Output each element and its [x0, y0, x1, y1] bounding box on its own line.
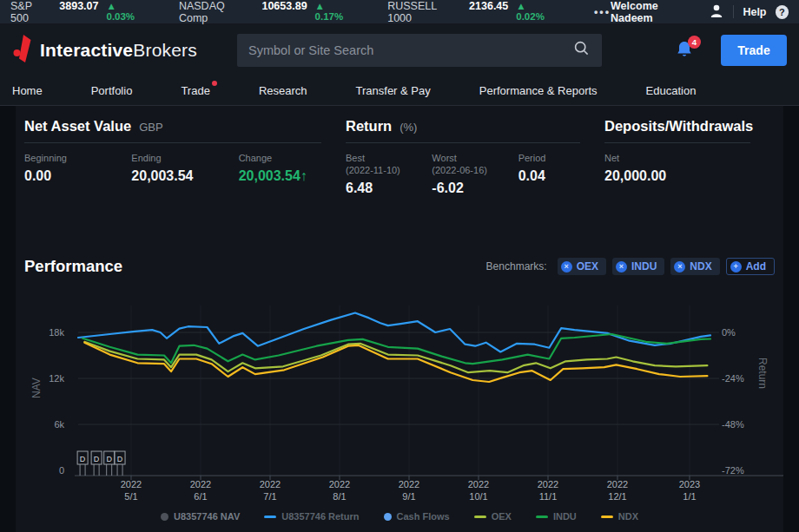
net-asset-value-section: Net Asset Value GBP Beginning0.00Ending2… [24, 118, 346, 196]
close-icon[interactable]: × [616, 261, 627, 273]
x-tick-day: 7/1 [263, 491, 276, 502]
trade-button[interactable]: Trade [721, 35, 787, 66]
field-value: 20,003.54↑ [239, 168, 346, 184]
nav-axis-label: NAV [30, 378, 43, 398]
summary-field: Best(2022-11-10)6.48 [346, 152, 432, 196]
nav-item-performance-reports[interactable]: Performance & Reports [479, 84, 598, 97]
pill-label: Add [746, 260, 766, 273]
legend-label: OEX [492, 511, 512, 522]
user-icon[interactable] [709, 3, 724, 21]
section-title: Deposits/Withdrawals [604, 118, 753, 135]
legend-item-u8357746-nav[interactable]: U8357746 NAV [161, 511, 240, 522]
divider [604, 142, 750, 143]
return-axis-tick: 0% [722, 327, 736, 338]
field-label: Best [346, 152, 432, 164]
section-title: Net Asset Value [24, 118, 131, 135]
search-icon[interactable] [573, 40, 591, 61]
account-summary: Net Asset Value GBP Beginning0.00Ending2… [24, 118, 775, 196]
deposits-withdrawals-section: Deposits/Withdrawals Net20,000.00 [604, 118, 775, 196]
site-search[interactable] [237, 34, 602, 67]
x-tick-day: 8/1 [333, 491, 346, 502]
ticker-more-button[interactable]: ••• [594, 6, 611, 18]
x-tick-day: 12/1 [608, 491, 626, 502]
field-label: Change [239, 152, 346, 164]
nav-item-trade[interactable]: Trade [181, 84, 209, 97]
help-icon[interactable]: ? [776, 5, 789, 19]
nav-item-portfolio[interactable]: Portfolio [91, 84, 133, 97]
summary-field: Period0.04 [518, 152, 604, 196]
return-axis-tick: -48% [722, 419, 744, 430]
x-tick-year: 2022 [538, 479, 558, 489]
brand-logo[interactable]: InteractiveBrokers [12, 35, 197, 66]
legend-item-cash-flows[interactable]: Cash Flows [384, 511, 450, 522]
legend-item-indu[interactable]: INDU [536, 511, 577, 522]
legend-label: INDU [553, 511, 577, 522]
x-tick-year: 2022 [399, 479, 419, 489]
nav-axis-tick: 0 [59, 465, 64, 476]
x-tick-year: 2022 [607, 479, 628, 489]
x-tick-day: 9/1 [402, 491, 415, 502]
notification-dot [212, 81, 217, 86]
add-benchmark-button[interactable]: +Add [726, 258, 775, 275]
chart-legend: U8357746 NAVU8357746 ReturnCash FlowsOEX… [0, 511, 799, 522]
benchmarks-label: Benchmarks: [486, 260, 547, 273]
field-label: Ending [131, 152, 238, 164]
nav-axis-tick: 12k [49, 373, 64, 384]
series-line-oex[interactable] [84, 342, 707, 372]
divider [733, 5, 734, 18]
summary-field: Change20,003.54↑ [239, 152, 346, 184]
legend-label: U8357746 NAV [174, 511, 240, 522]
nav-item-research[interactable]: Research [259, 84, 307, 97]
pill-label: NDX [690, 260, 711, 273]
x-tick-year: 2022 [260, 479, 281, 489]
benchmark-pill-oex[interactable]: ×OEX [558, 258, 606, 275]
index-value: 2136.45 [469, 0, 508, 12]
benchmark-pill-ndx[interactable]: ×NDX [670, 258, 719, 275]
field-value: 20,000.00 [604, 168, 666, 184]
close-icon[interactable]: × [674, 261, 685, 273]
index-name: RUSSELL 1000 [387, 0, 461, 24]
search-input[interactable] [248, 43, 573, 57]
legend-item-u8357746-return[interactable]: U8357746 Return [264, 511, 359, 522]
benchmarks-bar: Benchmarks: ×OEX×INDU×NDX+Add [486, 258, 775, 275]
benchmark-pill-indu[interactable]: ×INDU [612, 258, 664, 275]
index-change: ▲ 0.03% [106, 1, 145, 22]
ticker-index[interactable]: NASDAQ Comp10653.89▲ 0.17% [179, 0, 354, 24]
legend-item-ndx[interactable]: NDX [601, 511, 638, 522]
deposit-flag-label: D [80, 455, 86, 463]
deposit-flag-label: D [106, 455, 112, 463]
main-nav: HomePortfolioTradeResearchTransfer & Pay… [0, 76, 799, 106]
summary-field: Ending20,003.54 [131, 152, 238, 184]
help-link[interactable]: Help [743, 6, 766, 18]
legend-dot-swatch [161, 513, 168, 521]
index-name: S&P 500 [10, 0, 51, 24]
nav-item-transfer-pay[interactable]: Transfer & Pay [356, 84, 431, 97]
field-label: Net [604, 152, 666, 164]
legend-line-swatch [601, 516, 613, 518]
x-tick-day: 6/1 [194, 491, 207, 502]
return-axis-tick: -72% [722, 465, 744, 476]
nav-item-home[interactable]: Home [12, 84, 43, 97]
summary-field: Worst(2022-06-16)-6.02 [432, 152, 518, 196]
x-tick-year: 2022 [468, 479, 489, 489]
plus-icon[interactable]: + [730, 261, 742, 273]
close-icon[interactable]: × [561, 261, 572, 273]
field-value: 6.48 [346, 181, 432, 196]
performance-chart[interactable]: 18k12k6k00%-24%-48%-72%NAVReturn20225/12… [0, 286, 799, 532]
legend-label: U8357746 Return [281, 511, 359, 522]
field-value: 20,003.54 [131, 168, 238, 184]
nav-item-education[interactable]: Education [646, 84, 697, 97]
ticker-index[interactable]: RUSSELL 10002136.45▲ 0.02% [387, 0, 556, 24]
index-change: ▲ 0.02% [516, 1, 556, 22]
x-tick-year: 2022 [329, 479, 350, 489]
nav-axis-tick: 6k [54, 419, 64, 430]
notifications-bell[interactable]: 4 [674, 39, 695, 62]
field-sub-date: (2022-11-10) [346, 164, 432, 176]
pill-label: INDU [631, 260, 657, 273]
legend-item-oex[interactable]: OEX [474, 511, 512, 522]
unit-label: (%) [400, 121, 417, 134]
ticker-index[interactable]: S&P 5003893.07▲ 0.03% [10, 0, 146, 24]
field-label: Beginning [24, 152, 131, 164]
deposit-flag-label: D [117, 455, 123, 463]
pill-label: OEX [577, 260, 598, 273]
